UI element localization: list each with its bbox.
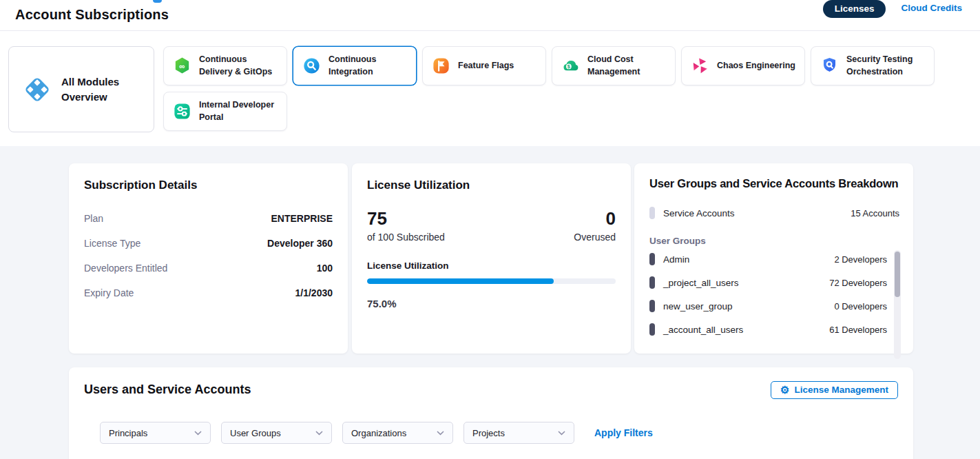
licenses-tab-button[interactable]: Licenses <box>823 0 886 18</box>
principals-dropdown[interactable]: Principals <box>100 422 211 444</box>
user-group-value: 2 Developers <box>834 254 887 265</box>
tab-chaos-engineering[interactable]: Chaos Engineering <box>681 46 805 85</box>
apply-filters-link[interactable]: Apply Filters <box>594 427 653 438</box>
dropdown-label: Projects <box>472 428 505 438</box>
header-actions: Licenses Cloud Credits <box>823 0 962 31</box>
content-area: Subscription Details Plan ENTERPRISE Lic… <box>0 146 980 459</box>
overused-count: 0 <box>574 209 616 229</box>
license-management-button[interactable]: ⚙ License Management <box>771 381 898 399</box>
tab-security-testing-orchestration[interactable]: Security Testing Orchestration <box>811 46 935 85</box>
gear-icon: ⚙ <box>780 385 789 395</box>
user-group-row: _account_all_users 61 Developers <box>649 318 887 341</box>
subscription-details-title: Subscription Details <box>84 178 333 192</box>
breakdown-card: User Groups and Service Accounts Breakdo… <box>634 163 913 354</box>
user-groups-header: User Groups <box>649 236 899 246</box>
continuous-integration-icon <box>302 56 322 76</box>
license-management-label: License Management <box>794 385 888 395</box>
module-tabs: ∞ Continuous Delivery & GitOps Continuou… <box>163 46 941 131</box>
detail-value: 100 <box>317 263 333 274</box>
user-group-row: _project_all_users 72 Developers <box>649 271 887 294</box>
detail-label: Expiry Date <box>84 287 134 298</box>
user-group-row: new_user_group 0 Developers <box>649 294 887 318</box>
chaos-engineering-icon <box>690 56 710 76</box>
dropdown-label: User Groups <box>230 428 281 438</box>
security-testing-icon <box>820 56 840 76</box>
tab-continuous-integration[interactable]: Continuous Integration <box>293 46 417 85</box>
page-title: Account Subscriptions <box>15 7 169 23</box>
filters-row: Principals User Groups Organizations Pro… <box>100 422 898 444</box>
module-tab-label: Security Testing Orchestration <box>846 54 927 78</box>
user-group-row: Admin 2 Developers <box>649 247 887 271</box>
service-accounts-value: 15 Accounts <box>851 208 899 218</box>
module-tab-label: Continuous Delivery & GitOps <box>199 54 280 78</box>
subscription-details-rows: Plan ENTERPRISE License Type Developer 3… <box>84 206 333 305</box>
user-group-marker-icon <box>649 323 655 336</box>
user-group-name: _account_all_users <box>663 325 743 335</box>
module-tab-label: Cloud Cost Management <box>587 54 668 78</box>
subscription-details-card: Subscription Details Plan ENTERPRISE Lic… <box>69 163 348 354</box>
service-accounts-label: Service Accounts <box>663 208 735 218</box>
license-utilization-title: License Utilization <box>367 178 616 192</box>
detail-row: Developers Entitled 100 <box>84 256 333 280</box>
svg-text:∞: ∞ <box>179 61 185 70</box>
detail-row: License Type Developer 360 <box>84 231 333 256</box>
detail-value: ENTERPRISE <box>271 213 333 224</box>
cd-gitops-icon: ∞ <box>172 56 192 76</box>
chevron-down-icon <box>194 431 202 436</box>
utilization-percent: 75.0% <box>367 298 616 309</box>
internal-developer-portal-icon <box>172 101 192 121</box>
user-group-value: 61 Developers <box>829 325 887 335</box>
detail-value: 1/1/2030 <box>295 287 333 298</box>
dropdown-label: Organizations <box>351 428 406 438</box>
cloud-credits-link[interactable]: Cloud Credits <box>901 3 962 13</box>
user-groups-dropdown[interactable]: User Groups <box>221 422 332 444</box>
dropdown-label: Principals <box>109 428 147 438</box>
utilization-bar-fill <box>367 278 554 284</box>
svg-text:$: $ <box>567 63 570 70</box>
tab-feature-flags[interactable]: Feature Flags <box>422 46 546 85</box>
detail-row: Plan ENTERPRISE <box>84 206 333 231</box>
user-groups-list: Admin 2 Developers _project_all_users 72… <box>649 247 899 341</box>
chevron-down-icon <box>558 431 565 436</box>
used-count: 75 <box>367 209 445 229</box>
utilization-numbers: 75 of 100 Subscribed 0 Overused <box>367 209 616 243</box>
all-modules-icon <box>21 74 53 105</box>
scrollbar-track <box>894 250 901 359</box>
scrollbar-thumb[interactable] <box>895 252 900 297</box>
detail-label: Developers Entitled <box>84 263 167 274</box>
service-accounts-row: Service Accounts 15 Accounts <box>649 201 899 225</box>
user-group-marker-icon <box>649 300 655 312</box>
organizations-dropdown[interactable]: Organizations <box>342 422 453 444</box>
used-block: 75 of 100 Subscribed <box>367 209 445 243</box>
overused-block: 0 Overused <box>574 209 616 243</box>
user-group-name: _project_all_users <box>663 278 739 288</box>
all-modules-overview-card[interactable]: All Modules Overview <box>8 46 154 132</box>
tab-cloud-cost-management[interactable]: $ Cloud Cost Management <box>552 46 676 85</box>
tab-continuous-delivery-gitops[interactable]: ∞ Continuous Delivery & GitOps <box>163 46 287 85</box>
service-accounts-marker-icon <box>649 207 655 219</box>
utilization-bar-track <box>367 278 616 284</box>
module-tab-label: Chaos Engineering <box>717 60 795 72</box>
license-utilization-card: License Utilization 75 of 100 Subscribed… <box>352 163 631 354</box>
user-group-value: 72 Developers <box>829 278 887 288</box>
breakdown-title: User Groups and Service Accounts Breakdo… <box>649 177 899 190</box>
detail-label: Plan <box>84 213 103 224</box>
user-group-name: new_user_group <box>663 301 733 312</box>
projects-dropdown[interactable]: Projects <box>463 422 574 444</box>
used-caption: of 100 Subscribed <box>367 232 445 243</box>
chevron-down-icon <box>315 431 323 436</box>
module-tab-label: Feature Flags <box>458 60 514 72</box>
chevron-down-icon <box>437 431 444 436</box>
overused-caption: Overused <box>574 232 616 243</box>
detail-value: Developer 360 <box>267 238 333 249</box>
all-modules-overview-label: All Modules Overview <box>61 74 144 105</box>
module-tab-label: Internal Developer Portal <box>199 99 280 123</box>
tab-internal-developer-portal[interactable]: Internal Developer Portal <box>163 92 287 131</box>
clipped-nav-icon <box>153 0 162 3</box>
cloud-cost-icon: $ <box>561 56 581 76</box>
modules-strip: All Modules Overview ∞ Continuous Delive… <box>0 32 980 146</box>
utilization-bar-label: License Utilization <box>367 261 616 271</box>
page-header: Account Subscriptions Licenses Cloud Cre… <box>0 0 980 31</box>
detail-row: Expiry Date 1/1/2030 <box>84 280 333 305</box>
user-group-name: Admin <box>663 254 689 265</box>
